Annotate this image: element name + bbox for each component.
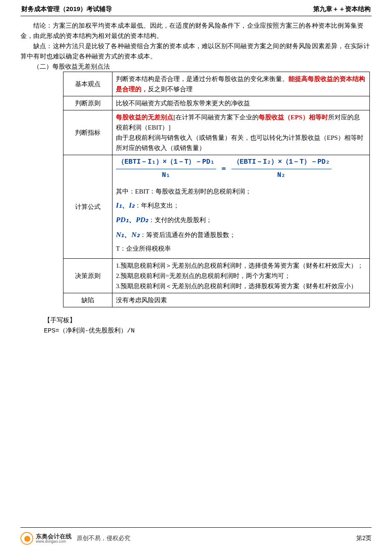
para-conclusion: 结论：方案三的加权平均资本成本最低。因此，在适度的财务风险条件下，企业应按照方案… — [20, 20, 372, 41]
content-body: 结论：方案三的加权平均资本成本最低。因此，在适度的财务风险条件下，企业应按照方案… — [0, 16, 392, 337]
explain-t: T：企业所得税税率 — [116, 243, 366, 254]
row-content: 比较不同融资方式能否给股东带来更大的净收益 — [112, 96, 370, 110]
footer-line — [20, 527, 372, 528]
copyright-text: 原创不易，侵权必究 — [77, 535, 130, 542]
table-row: 缺陷 没有考虑风险因素 — [63, 293, 370, 307]
table-row: 计算公式 （EBTI－I₁）×（1－T）－PD₁ N₁ ＝ （EBTI－I₂）×… — [63, 155, 370, 259]
row-label: 判断指标 — [63, 110, 112, 155]
row-content: 没有考虑风险因素 — [112, 293, 370, 307]
var-pd: PD₁、PD₂ — [116, 216, 148, 224]
para-drawback: 缺点：这种方法只是比较了各种融资组合方案的资本成本，难以区别不同融资方案之间的财… — [20, 41, 372, 61]
table-row: 决策原则 1.预期息税前利润＞无差别点的息税前利润时，选择债务筹资方案（财务杠杆… — [63, 258, 370, 293]
eps-table: 基本观点 判断资本结构是否合理，是通过分析每股收益的变化来衡量。能提高每股收益的… — [63, 72, 370, 307]
explain-ebit: 其中：EBIT：每股收益无差别时的息税前利润； — [116, 186, 366, 197]
logo-name: 东奥会计在线 — [36, 533, 72, 540]
var-i: I₁、I₂ — [116, 201, 135, 209]
row-label: 计算公式 — [63, 155, 112, 259]
logo-icon — [20, 532, 33, 545]
table-row: 判断原则 比较不同融资方式能否给股东带来更大的净收益 — [63, 96, 370, 110]
table-row: 判断指标 每股收益的无差别点[在计算不同融资方案下企业的每股收益（EPS）相等时… — [63, 110, 370, 155]
page-footer: 东奥会计在线 www.dongao.com 原创不易，侵权必究 第2页 — [0, 527, 392, 555]
handwriting-content: EPS=（净利润-优先股股利）/N — [44, 326, 372, 337]
row-label: 基本观点 — [63, 72, 112, 96]
logo: 东奥会计在线 www.dongao.com — [20, 532, 72, 545]
row-label: 判断原则 — [63, 96, 112, 110]
formula-cell: （EBTI－I₁）×（1－T）－PD₁ N₁ ＝ （EBTI－I₂）×（1－T）… — [112, 155, 370, 259]
row-label: 决策原则 — [63, 258, 112, 293]
table-row: 基本观点 判断资本结构是否合理，是通过分析每股收益的变化来衡量。能提高每股收益的… — [63, 72, 370, 96]
page-number: 第2页 — [356, 535, 372, 542]
logo-url: www.dongao.com — [36, 540, 72, 543]
eps-formula: （EBTI－I₁）×（1－T）－PD₁ N₁ ＝ （EBTI－I₂）×（1－T）… — [116, 157, 331, 183]
handwriting-title: 【手写板】 — [44, 315, 372, 326]
handwriting-block: 【手写板】 EPS=（净利润-优先股股利）/N — [44, 315, 372, 337]
header-right: 第九章＋＋资本结构 — [313, 5, 371, 13]
page-header: 财务成本管理（2019）考试辅导 第九章＋＋资本结构 — [0, 0, 392, 16]
row-label: 缺陷 — [63, 293, 112, 307]
row-content: 1.预期息税前利润＞无差别点的息税前利润时，选择债务筹资方案（财务杠杆效应大）；… — [112, 258, 370, 293]
row-content: 每股收益的无差别点[在计算不同融资方案下企业的每股收益（EPS）相等时所对应的息… — [112, 110, 370, 155]
section-heading: （二）每股收益无差别点法 — [20, 61, 372, 72]
row-content: 判断资本结构是否合理，是通过分析每股收益的变化来衡量。能提高每股收益的资本结构是… — [112, 72, 370, 96]
header-left: 财务成本管理（2019）考试辅导 — [21, 5, 112, 13]
var-n: N₁、N₂ — [116, 231, 140, 239]
